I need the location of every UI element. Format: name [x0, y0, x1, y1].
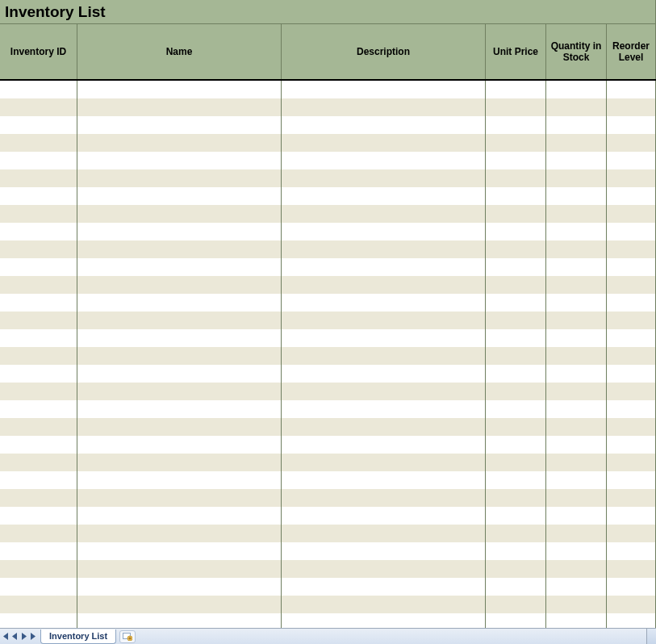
- table-row[interactable]: [0, 187, 656, 205]
- table-cell[interactable]: [607, 223, 656, 240]
- header-reorder-level[interactable]: Reorder Level: [607, 24, 656, 79]
- table-cell[interactable]: [607, 489, 656, 507]
- table-cell[interactable]: [282, 542, 486, 560]
- table-cell[interactable]: [0, 525, 77, 542]
- table-cell[interactable]: [607, 258, 656, 276]
- table-cell[interactable]: [607, 116, 656, 134]
- table-row[interactable]: [0, 205, 656, 223]
- table-cell[interactable]: [77, 489, 282, 507]
- table-cell[interactable]: [546, 276, 607, 294]
- sheet-tab-inventory-list[interactable]: Inventory List: [40, 629, 116, 644]
- table-row[interactable]: [0, 471, 656, 489]
- table-cell[interactable]: [607, 383, 656, 400]
- table-cell[interactable]: [486, 489, 546, 507]
- table-cell[interactable]: [486, 542, 546, 560]
- sheet-nav-next-icon[interactable]: [19, 629, 29, 644]
- table-cell[interactable]: [282, 169, 486, 187]
- table-cell[interactable]: [546, 81, 607, 98]
- table-cell[interactable]: [607, 525, 656, 542]
- table-cell[interactable]: [607, 454, 656, 471]
- table-cell[interactable]: [546, 365, 607, 383]
- table-row[interactable]: [0, 454, 656, 471]
- table-cell[interactable]: [77, 223, 282, 240]
- table-row[interactable]: [0, 81, 656, 98]
- table-cell[interactable]: [0, 205, 77, 223]
- table-cell[interactable]: [0, 329, 77, 347]
- table-cell[interactable]: [546, 418, 607, 436]
- table-cell[interactable]: [0, 454, 77, 471]
- table-cell[interactable]: [0, 223, 77, 240]
- table-cell[interactable]: [486, 81, 546, 98]
- table-cell[interactable]: [282, 98, 486, 116]
- table-row[interactable]: [0, 169, 656, 187]
- table-cell[interactable]: [546, 507, 607, 525]
- table-cell[interactable]: [77, 134, 282, 152]
- table-cell[interactable]: [282, 365, 486, 383]
- table-cell[interactable]: [486, 258, 546, 276]
- table-cell[interactable]: [607, 294, 656, 312]
- table-cell[interactable]: [607, 436, 656, 454]
- table-cell[interactable]: [546, 223, 607, 240]
- table-cell[interactable]: [486, 596, 546, 613]
- table-row[interactable]: [0, 525, 656, 542]
- table-cell[interactable]: [607, 205, 656, 223]
- table-cell[interactable]: [546, 400, 607, 418]
- table-cell[interactable]: [0, 187, 77, 205]
- table-cell[interactable]: [486, 329, 546, 347]
- table-cell[interactable]: [546, 347, 607, 365]
- table-row[interactable]: [0, 223, 656, 240]
- table-cell[interactable]: [607, 169, 656, 187]
- table-cell[interactable]: [77, 81, 282, 98]
- table-cell[interactable]: [546, 383, 607, 400]
- table-cell[interactable]: [486, 152, 546, 169]
- table-cell[interactable]: [0, 365, 77, 383]
- header-name[interactable]: Name: [77, 24, 282, 79]
- header-unit-price[interactable]: Unit Price: [486, 24, 546, 79]
- table-cell[interactable]: [0, 507, 77, 525]
- table-cell[interactable]: [77, 240, 282, 258]
- table-row[interactable]: [0, 436, 656, 454]
- table-cell[interactable]: [282, 223, 486, 240]
- table-cell[interactable]: [0, 489, 77, 507]
- table-cell[interactable]: [282, 418, 486, 436]
- table-cell[interactable]: [607, 81, 656, 98]
- table-cell[interactable]: [282, 276, 486, 294]
- header-quantity-in-stock[interactable]: Quantity in Stock: [546, 24, 607, 79]
- table-cell[interactable]: [77, 205, 282, 223]
- table-cell[interactable]: [607, 400, 656, 418]
- table-cell[interactable]: [607, 152, 656, 169]
- table-cell[interactable]: [486, 169, 546, 187]
- table-cell[interactable]: [282, 205, 486, 223]
- table-cell[interactable]: [486, 525, 546, 542]
- table-cell[interactable]: [546, 560, 607, 578]
- table-cell[interactable]: [0, 436, 77, 454]
- table-cell[interactable]: [607, 560, 656, 578]
- table-cell[interactable]: [77, 471, 282, 489]
- table-cell[interactable]: [282, 152, 486, 169]
- table-cell[interactable]: [77, 418, 282, 436]
- table-row[interactable]: [0, 365, 656, 383]
- table-cell[interactable]: [77, 436, 282, 454]
- table-cell[interactable]: [282, 436, 486, 454]
- table-row[interactable]: [0, 294, 656, 312]
- table-cell[interactable]: [77, 454, 282, 471]
- table-cell[interactable]: [607, 596, 656, 613]
- table-cell[interactable]: [282, 329, 486, 347]
- table-cell[interactable]: [486, 223, 546, 240]
- table-cell[interactable]: [282, 258, 486, 276]
- table-cell[interactable]: [0, 312, 77, 329]
- table-cell[interactable]: [77, 525, 282, 542]
- table-cell[interactable]: [486, 400, 546, 418]
- table-cell[interactable]: [77, 542, 282, 560]
- table-cell[interactable]: [486, 560, 546, 578]
- table-cell[interactable]: [77, 329, 282, 347]
- table-cell[interactable]: [77, 187, 282, 205]
- table-cell[interactable]: [546, 489, 607, 507]
- table-cell[interactable]: [0, 383, 77, 400]
- table-cell[interactable]: [0, 542, 77, 560]
- table-cell[interactable]: [282, 525, 486, 542]
- table-cell[interactable]: [0, 596, 77, 613]
- table-row[interactable]: [0, 578, 656, 596]
- table-cell[interactable]: [77, 152, 282, 169]
- table-row[interactable]: [0, 276, 656, 294]
